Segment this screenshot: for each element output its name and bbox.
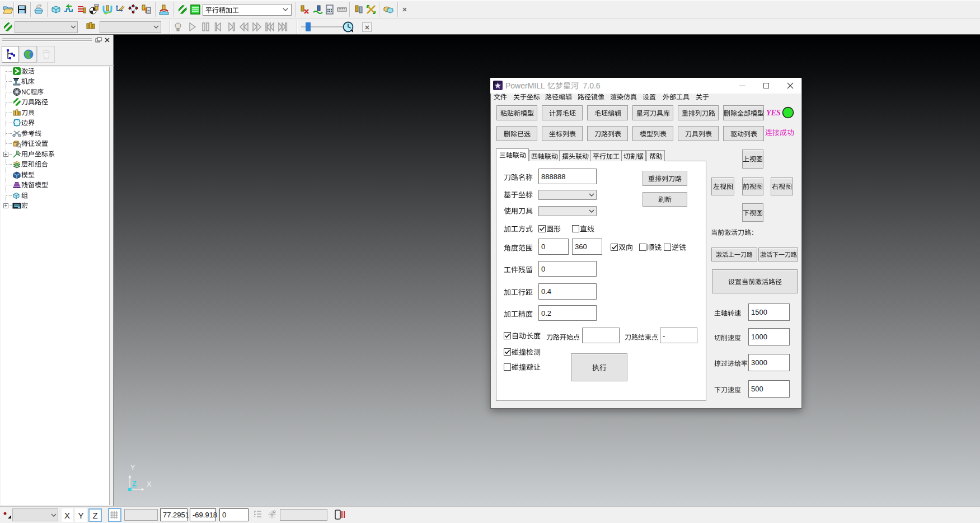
svg-text:Y: Y [130, 463, 135, 471]
svg-text:X: X [147, 480, 152, 488]
svg-text:Z: Z [132, 479, 137, 488]
